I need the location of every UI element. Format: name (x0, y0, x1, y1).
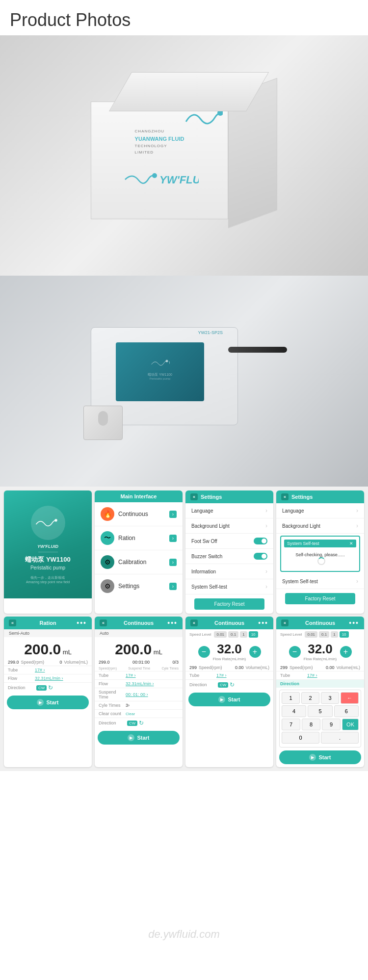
cont-tube-val-3[interactable]: 17# › (307, 673, 360, 678)
menu-item-settings[interactable]: ⚙ Settings › (95, 574, 183, 598)
cont-clear-label: Clear count (99, 711, 126, 716)
factory-reset-btn-1[interactable]: Factory Reset (194, 598, 264, 610)
ration-volume-label: Volume(mL) (64, 660, 88, 665)
pump-scene: YW'FLUID 蠕动泵 YW1100 Peristaltic pump YW2… (81, 317, 287, 445)
continuous-back-btn-1[interactable]: « (100, 619, 107, 626)
numpad-2[interactable]: 2 (301, 692, 319, 704)
settings-row-information[interactable]: Information › (185, 564, 273, 579)
cont-cyle-val[interactable]: 3› (126, 703, 179, 708)
settings-back-btn-2[interactable]: « (281, 493, 289, 500)
ration-arrow[interactable]: › (169, 535, 177, 542)
settings-row-language-2[interactable]: Language › (276, 503, 364, 518)
cont-tube-val-1[interactable]: 17# › (126, 673, 179, 678)
cont-suspend-val[interactable]: 00: 01: 00 › (126, 692, 179, 697)
continuous-dots-1[interactable]: ••• (167, 619, 178, 627)
numpad-ok[interactable]: OK (342, 719, 359, 730)
calibration-arrow[interactable]: › (169, 559, 177, 566)
speed-level-10-3[interactable]: 10 (340, 631, 349, 638)
numpad-6[interactable]: 6 (334, 705, 359, 717)
settings-row-bg-light-2[interactable]: Background Light › (276, 518, 364, 534)
continuous-header-2: « Continuous ••• (185, 617, 273, 629)
continuous-start-btn-3[interactable]: ▶ Start (279, 750, 361, 764)
menu-item-calibration[interactable]: ⚙ Calibration › (95, 550, 183, 574)
cont-direction-arrow-1[interactable]: ↻ (139, 720, 144, 726)
continuous-start-btn-2[interactable]: ▶ Start (188, 693, 270, 706)
numpad-9[interactable]: 9 (322, 719, 341, 730)
menu-item-continuous[interactable]: 🔥 Continuous › (95, 502, 183, 526)
foot-sw-toggle[interactable] (254, 538, 267, 544)
numpad-dot[interactable]: . (321, 732, 359, 744)
continuous-dots-2[interactable]: ••• (258, 619, 268, 627)
selftest-close-btn[interactable]: ✕ (349, 541, 353, 546)
numpad-7[interactable]: 7 (282, 719, 300, 730)
cont-flow-val-1[interactable]: 32.31mL/min › (126, 681, 179, 686)
numpad-0[interactable]: 0 (282, 732, 319, 744)
watermark: de.ywfluid.com (148, 928, 220, 941)
numpad-1[interactable]: 1 (282, 692, 300, 704)
numpad-3[interactable]: 3 (321, 692, 339, 704)
cont-flow-label-1: Flow (99, 681, 126, 686)
svg-text:YW'FLUID: YW'FLUID (159, 174, 199, 186)
flow-plus-btn-2[interactable]: + (249, 646, 261, 658)
speed-level-01-3[interactable]: 0.1 (319, 631, 329, 638)
splash-tagline: 领先一步，走出新领域Amazing step point new field (26, 575, 70, 584)
ration-direction-arrow[interactable]: ↻ (48, 684, 53, 691)
ration-dots-menu[interactable]: ••• (77, 619, 87, 627)
ration-flow-value[interactable]: 32.31mL/min › (35, 676, 88, 681)
continuous-mode-1: Auto (95, 629, 183, 637)
bg-light-chevron: › (265, 522, 267, 529)
ration-back-btn[interactable]: « (9, 619, 16, 626)
flow-value-container-2: 32.0 Flow Rate(mL/min) (210, 642, 249, 662)
continuous-start-btn-1[interactable]: ▶ Start (98, 731, 180, 745)
speed-level-10-2[interactable]: 10 (249, 631, 258, 638)
settings-arrow[interactable]: › (169, 583, 177, 590)
numpad-8[interactable]: 8 (302, 719, 320, 730)
flow-minus-btn-2[interactable]: − (198, 646, 210, 658)
flow-plus-btn-3[interactable]: + (340, 646, 352, 658)
continuous-dots-3[interactable]: ••• (349, 619, 359, 627)
numpad-4[interactable]: 4 (282, 705, 306, 717)
product-pump-image: YW'FLUID 蠕动泵 YW1100 Peristaltic pump YW2… (0, 276, 368, 487)
continuous-arrow[interactable]: › (169, 511, 177, 518)
continuous-back-btn-2[interactable]: « (190, 619, 198, 626)
settings-row-selftest[interactable]: System Self-test › (185, 579, 273, 594)
cont-clear-btn[interactable]: Clear (126, 712, 135, 716)
svg-point-5 (54, 519, 57, 522)
settings-row-buzzer[interactable]: Buzzer Switch (185, 549, 273, 564)
ration-flow-row: Flow 32.31mL/min › (4, 674, 92, 682)
buzzer-toggle[interactable] (254, 553, 267, 560)
continuous-stat-labels-1: Speed(rpm) Suspend Time Cyle Times (95, 666, 183, 671)
speed-level-01-2[interactable]: 0.1 (228, 631, 238, 638)
numpad-backspace[interactable]: ← (341, 692, 359, 704)
cont-direction-arrow-2[interactable]: ↻ (230, 681, 235, 688)
cont-tube-val-2[interactable]: 17# › (216, 673, 269, 678)
main-interface-header: Main Interface (95, 490, 183, 502)
selftest-popup-header: System Self-test ✕ (284, 540, 356, 547)
cont-direction-cw-1: CW (127, 721, 137, 726)
speed-level-001-2[interactable]: 0.01 (214, 631, 227, 638)
speed-level-001-3[interactable]: 0.01 (305, 631, 317, 638)
settings-back-btn-1[interactable]: « (190, 493, 198, 500)
menu-item-ration[interactable]: 〜 Ration › (95, 526, 183, 550)
flow-unit-2: Flow Rate(mL/min) (210, 657, 249, 662)
product-box-image: CHANGZHOU YUANWANG FLUID TECHNOLOGY LIMI… (0, 35, 368, 276)
cont-volume-label-2: Volume(mL) (245, 665, 269, 670)
speed-level-1-3[interactable]: 1 (331, 631, 338, 638)
settings-row-foot-sw[interactable]: Foot Sw Off (185, 534, 273, 549)
continuous-back-btn-3[interactable]: « (281, 619, 289, 626)
cont-tube-label-2: Tube (189, 673, 216, 678)
settings-row-language[interactable]: Language › (185, 503, 273, 518)
flow-minus-btn-3[interactable]: − (289, 646, 301, 658)
factory-reset-btn-2[interactable]: Factory Reset (285, 593, 355, 604)
numpad-5[interactable]: 5 (308, 705, 332, 717)
box-front: CHANGZHOU YUANWANG FLUID TECHNOLOGY LIMI… (91, 102, 228, 219)
ration-start-btn[interactable]: ▶ Start (7, 696, 89, 709)
settings-row-selftest-2[interactable]: System Self-test › (276, 574, 364, 589)
cont-speed-stat-2: 299 Speed(rpm) (189, 665, 222, 670)
settings-row-bg-light[interactable]: Background Light › (185, 518, 273, 534)
speed-level-1-2[interactable]: 1 (240, 631, 247, 638)
numpad-row-1: 1 2 3 ← (282, 692, 359, 704)
ration-play-icon: ▶ (37, 699, 44, 706)
ration-direction-label: Direction (8, 685, 35, 690)
ration-tube-value[interactable]: 17# › (35, 668, 88, 672)
